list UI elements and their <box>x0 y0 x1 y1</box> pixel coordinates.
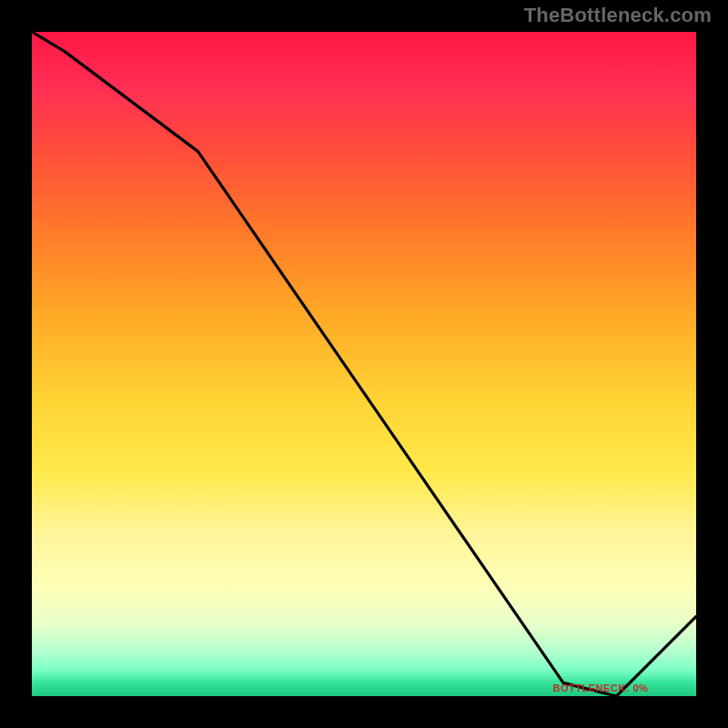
bottleneck-curve <box>32 32 696 696</box>
attribution-text: TheBottleneck.com <box>524 4 712 27</box>
chart-container: TheBottleneck.com BOTTLENECK: 0% <box>0 0 728 728</box>
plot-frame: BOTTLENECK: 0% <box>32 32 696 696</box>
bottleneck-label: BOTTLENECK: 0% <box>553 682 649 693</box>
plot-area: BOTTLENECK: 0% <box>32 32 696 696</box>
